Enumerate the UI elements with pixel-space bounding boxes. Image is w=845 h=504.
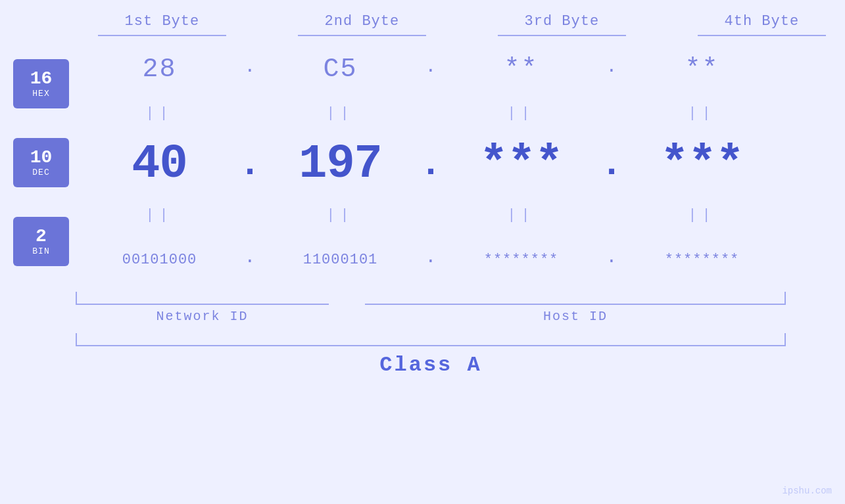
- hex-badge-number: 16: [30, 69, 53, 89]
- bin-b4-value: ********: [665, 252, 740, 268]
- host-bracket-left: [365, 292, 437, 305]
- bin-badge-number: 2: [36, 227, 47, 247]
- dec-b1-value: 40: [132, 137, 187, 191]
- class-label: Class A: [379, 353, 481, 377]
- dec-b2-cell: 197: [268, 137, 413, 191]
- network-bracket-mid: [220, 304, 256, 305]
- eq1-b4: ||: [630, 105, 775, 122]
- watermark: ipshu.com: [782, 486, 832, 496]
- byte2-bracket: [298, 35, 426, 36]
- bin-sep2: .: [413, 247, 449, 273]
- dec-sep3: .: [594, 143, 630, 185]
- badge-column: 16 HEX 10 DEC 2 BIN: [13, 39, 69, 266]
- host-bracket-right: [473, 292, 786, 305]
- bin-b1-cell: 00101000: [87, 252, 232, 268]
- equals-row-2: || || || ||: [76, 200, 786, 230]
- byte2-header: 2nd Byte: [279, 13, 445, 36]
- dec-badge-label: DEC: [32, 168, 49, 177]
- bin-sep3: .: [594, 247, 630, 273]
- bin-b1-value: 00101000: [122, 252, 197, 268]
- dec-b4-value: ***: [660, 137, 744, 191]
- main-container: 1st Byte 2nd Byte 3rd Byte 4th Byte 16: [0, 0, 845, 504]
- bin-badge-label: BIN: [32, 246, 49, 256]
- byte4-header: 4th Byte: [679, 13, 845, 36]
- network-id-label: Network ID: [76, 309, 329, 324]
- dec-sep2: .: [413, 143, 449, 185]
- bin-b4-cell: ********: [630, 252, 775, 268]
- eq2-b4: ||: [630, 207, 775, 223]
- hex-b2-cell: C5: [268, 55, 413, 84]
- host-id-label: Host ID: [365, 309, 786, 324]
- hex-b3-cell: **: [449, 55, 594, 84]
- byte3-bracket: [498, 35, 626, 36]
- dec-b2-value: 197: [299, 137, 382, 191]
- id-labels-row: Network ID Host ID: [76, 309, 786, 324]
- bin-b3-value: ********: [484, 252, 559, 268]
- hex-sep3: .: [594, 57, 630, 82]
- bin-row: 00101000 . 11000101 . ******** . *******…: [76, 230, 786, 289]
- bin-badge: 2 BIN: [13, 217, 69, 266]
- dec-row: 40 . 197 . *** . ***: [76, 128, 786, 200]
- eq2-b3: ||: [449, 207, 594, 223]
- label-gap: [329, 309, 365, 324]
- bracket-row: [76, 292, 786, 305]
- dec-b4-cell: ***: [630, 137, 775, 191]
- dec-b3-cell: ***: [449, 137, 594, 191]
- hex-badge: 16 HEX: [13, 59, 69, 108]
- hex-row: 28 . C5 . ** . **: [76, 39, 786, 99]
- bin-sep1: .: [232, 247, 268, 273]
- eq2-b2: ||: [268, 207, 413, 223]
- header-row: 1st Byte 2nd Byte 3rd Byte 4th Byte: [0, 0, 845, 36]
- hex-sep2: .: [413, 57, 449, 82]
- eq1-b3: ||: [449, 105, 594, 122]
- network-bracket-right: [256, 292, 329, 305]
- class-row: Class A: [76, 353, 786, 377]
- hex-b1-cell: 28: [87, 55, 232, 84]
- host-bracket-mid: [437, 304, 473, 305]
- dec-b1-cell: 40: [87, 137, 232, 191]
- hex-b2-value: C5: [323, 55, 357, 84]
- hex-b3-value: **: [504, 55, 538, 84]
- hex-sep1: .: [232, 57, 268, 82]
- eq1-b2: ||: [268, 105, 413, 122]
- byte3-header: 3rd Byte: [479, 13, 645, 36]
- dec-sep1: .: [232, 143, 268, 185]
- hex-b4-cell: **: [630, 55, 775, 84]
- eq1-b1: ||: [87, 105, 232, 122]
- equals-row-1: || || || ||: [76, 99, 786, 128]
- byte1-header: 1st Byte: [79, 13, 245, 36]
- bin-b2-value: 11000101: [303, 252, 378, 268]
- network-bracket-left: [76, 292, 220, 305]
- hex-b4-value: **: [685, 55, 719, 84]
- bin-b3-cell: ********: [449, 252, 594, 268]
- byte1-bracket: [98, 35, 226, 36]
- byte4-bracket: [698, 35, 826, 36]
- dec-badge-number: 10: [30, 148, 53, 168]
- hex-b1-value: 28: [142, 55, 176, 84]
- hex-badge-label: HEX: [32, 89, 49, 99]
- eq2-b1: ||: [87, 207, 232, 223]
- dec-badge: 10 DEC: [13, 138, 69, 187]
- dec-b3-value: ***: [479, 137, 563, 191]
- full-bottom-bracket: [76, 333, 786, 346]
- bin-b2-cell: 11000101: [268, 252, 413, 268]
